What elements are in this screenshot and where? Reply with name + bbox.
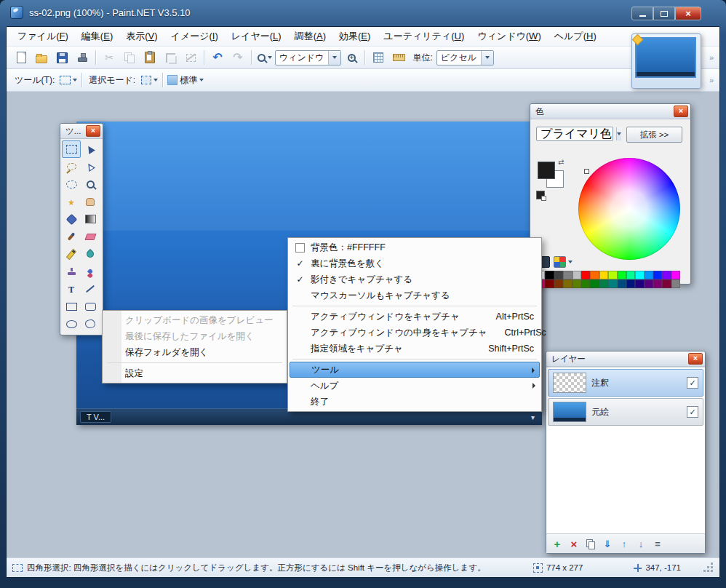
paintbrush-tool[interactable]: [62, 228, 81, 245]
grid-toggle[interactable]: [368, 49, 388, 66]
menu-item-capture-window-contents[interactable]: アクティブウィンドウの中身をキャプチャCtrl+PrtSc: [290, 325, 540, 341]
image-thumbnail[interactable]: [635, 37, 696, 78]
palette-swatch[interactable]: [645, 279, 653, 288]
merge-layer-down-button[interactable]: [600, 536, 615, 551]
palette-swatch[interactable]: [608, 271, 617, 279]
color-wheel[interactable]: [578, 158, 680, 260]
palette-swatch[interactable]: [581, 279, 590, 288]
menubar-item-image[interactable]: イメージ(I): [164, 28, 225, 45]
palette-swatch[interactable]: [653, 271, 662, 279]
toolbar-overflow-icon[interactable]: »: [709, 53, 715, 62]
delete-layer-button[interactable]: [567, 536, 581, 551]
palette-swatch[interactable]: [581, 271, 590, 279]
layer-properties-button[interactable]: [650, 536, 665, 551]
selection-mode-button[interactable]: [139, 71, 159, 89]
pan-tool[interactable]: [81, 193, 100, 210]
line-curve-tool[interactable]: [81, 280, 100, 298]
paint-bucket-tool[interactable]: [62, 210, 81, 228]
menubar-item-file[interactable]: ファイル(F): [11, 28, 75, 45]
colors-window-titlebar[interactable]: 色 ×: [530, 104, 690, 119]
layer-visibility-checkbox[interactable]: ✓: [687, 377, 698, 389]
clone-stamp-tool[interactable]: [62, 263, 81, 280]
gradient-tool[interactable]: [81, 210, 100, 228]
ruler-toggle[interactable]: [388, 49, 409, 66]
palette-swatch[interactable]: [653, 279, 662, 288]
titlebar[interactable]: ss-02.png (100%) - Paint.NET V3.5.10 ×: [0, 0, 726, 25]
toolbar-overflow-icon[interactable]: »: [709, 76, 715, 84]
new-image-button[interactable]: [11, 49, 31, 66]
zoom-in-button[interactable]: [341, 49, 362, 66]
canvas-area[interactable]: T V... ▾ ツ... × 色 × プライマリ色: [7, 92, 719, 557]
layers-window-close-button[interactable]: ×: [688, 353, 703, 365]
colors-window-close-button[interactable]: ×: [674, 106, 688, 117]
menubar-item-utilities[interactable]: ユーティリティ(U): [377, 28, 471, 45]
duplicate-layer-button[interactable]: [583, 536, 598, 551]
menu-item-tools[interactable]: ツール: [290, 362, 540, 378]
move-layer-down-button[interactable]: [634, 536, 648, 551]
close-button[interactable]: ×: [675, 7, 701, 20]
layer-visibility-checkbox[interactable]: ✓: [687, 406, 698, 418]
palette-swatch[interactable]: [608, 279, 617, 288]
palette-swatch[interactable]: [645, 271, 653, 279]
chevron-down-icon[interactable]: [568, 261, 573, 263]
image-list-panel[interactable]: [631, 33, 701, 89]
layer-row[interactable]: 元絵✓: [548, 398, 703, 426]
palette-swatch[interactable]: [671, 271, 680, 279]
menubar-item-help[interactable]: ヘルプ(H): [548, 28, 603, 45]
menu-item-open-save-folder[interactable]: 保存フォルダを開く: [104, 344, 285, 360]
palette-swatch[interactable]: [599, 271, 608, 279]
palette-swatch[interactable]: [573, 271, 581, 279]
rectangle-tool[interactable]: [62, 298, 81, 315]
menubar-item-adjustments[interactable]: 調整(A): [288, 28, 332, 45]
rounded-rectangle-tool[interactable]: [81, 298, 100, 315]
rectangle-select-tool[interactable]: [62, 140, 81, 158]
add-layer-button[interactable]: [550, 536, 565, 551]
freeform-shape-tool[interactable]: [81, 315, 100, 333]
palette-swatch[interactable]: [618, 279, 626, 288]
menubar-item-view[interactable]: 表示(V): [119, 28, 164, 45]
move-selection-tool[interactable]: [81, 158, 100, 175]
menubar-item-edit[interactable]: 編集(E): [75, 28, 119, 45]
move-selected-pixels-tool[interactable]: [81, 140, 100, 158]
primary-color-swatch[interactable]: [538, 162, 555, 179]
palette-swatch[interactable]: [590, 279, 599, 288]
palette-swatch[interactable]: [626, 279, 635, 288]
save-button[interactable]: [52, 49, 72, 66]
magic-wand-tool[interactable]: [62, 193, 81, 210]
maximize-button[interactable]: [653, 7, 675, 20]
default-colors-icon[interactable]: [536, 191, 545, 199]
swap-colors-icon[interactable]: ⇄: [558, 158, 564, 166]
unit-combo[interactable]: ピクセル: [436, 50, 494, 65]
palette-swatch[interactable]: [618, 271, 626, 279]
palette-menu-button[interactable]: [554, 256, 566, 268]
palette-swatch[interactable]: [590, 271, 599, 279]
minimize-button[interactable]: [631, 7, 653, 20]
palette-swatch[interactable]: [573, 279, 581, 288]
palette-swatch[interactable]: [554, 271, 563, 279]
menubar-item-effects[interactable]: 効果(E): [332, 28, 377, 45]
resize-grip[interactable]: [704, 563, 714, 573]
primary-color-combo[interactable]: プライマリ色: [536, 127, 613, 141]
palette-swatch[interactable]: [599, 279, 608, 288]
open-button[interactable]: [31, 49, 52, 66]
palette-swatch[interactable]: [563, 279, 572, 288]
zoom-tool[interactable]: [81, 175, 100, 193]
menu-item-exit[interactable]: 終了: [290, 394, 540, 410]
layer-row[interactable]: 注釈✓: [548, 369, 703, 397]
eraser-tool[interactable]: [81, 228, 100, 245]
tools-window-titlebar[interactable]: ツ... ×: [60, 124, 103, 139]
background-color-checkbox[interactable]: [295, 243, 305, 253]
menu-item-capture-region[interactable]: 指定領域をキャプチャShift+PrtSc: [290, 341, 540, 357]
layers-window-titlebar[interactable]: レイヤー ×: [546, 351, 705, 367]
menubar-item-layers[interactable]: レイヤー(L): [225, 28, 288, 45]
palette-swatch[interactable]: [662, 279, 671, 288]
print-button[interactable]: [72, 49, 92, 66]
text-tool[interactable]: [62, 280, 81, 298]
ellipse-select-tool[interactable]: [62, 175, 81, 193]
palette-swatch[interactable]: [662, 271, 671, 279]
zoom-tool-button[interactable]: [255, 49, 275, 66]
menu-item-capture-cursor[interactable]: マウスカーソルもキャプチャする: [290, 287, 540, 303]
palette-swatch[interactable]: [635, 279, 644, 288]
flood-mode-button[interactable]: 標準: [166, 71, 205, 89]
pencil-tool[interactable]: [62, 245, 81, 263]
